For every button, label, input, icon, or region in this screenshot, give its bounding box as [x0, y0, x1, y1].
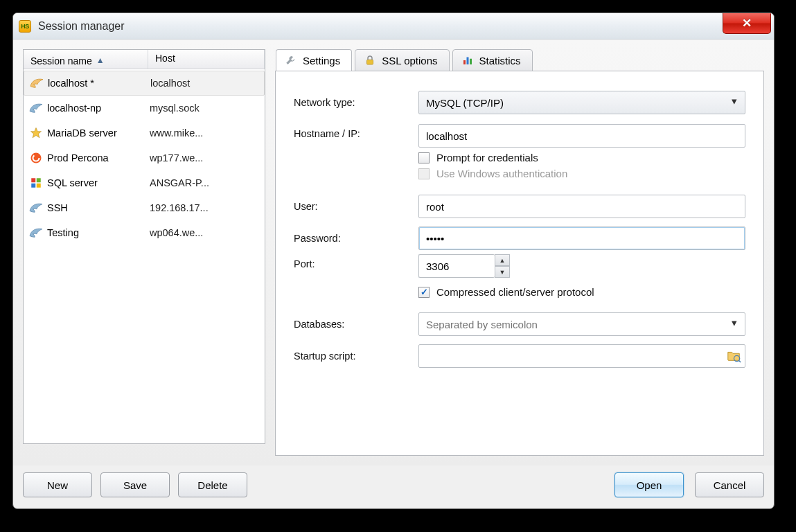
checkbox-box [418, 152, 430, 163]
wrench-icon [285, 54, 297, 66]
open-button[interactable]: Open [614, 472, 684, 497]
app-icon: HS [19, 20, 31, 33]
session-row[interactable]: MariaDB serverwww.mike... [24, 121, 265, 145]
checkbox-prompt-credentials-label: Prompt for credentials [436, 152, 538, 163]
tab-statistics-label: Statistics [479, 55, 521, 66]
label-startup-script: Startup script: [294, 351, 418, 362]
percona-icon [26, 152, 46, 164]
session-name: SQL server [46, 177, 150, 188]
label-user: User: [294, 201, 418, 212]
session-row[interactable]: localhost *localhost [24, 71, 265, 96]
session-list-panel: Session name ▲ Host localhost *localhost… [23, 49, 265, 444]
session-name: Prod Percona [46, 152, 150, 163]
bar-chart-icon [461, 54, 474, 66]
button-bar: New Save Delete Open Cancel [13, 466, 774, 508]
settings-tab-content: Network type: MySQL (TCP/IP) Hostname / … [275, 71, 764, 456]
checkbox-windows-auth: Use Windows authentication [418, 168, 745, 179]
checkbox-box [418, 168, 430, 179]
session-host: mysql.sock [150, 103, 262, 114]
session-name: MariaDB server [46, 127, 150, 139]
checkbox-windows-auth-label: Use Windows authentication [436, 168, 567, 179]
databases-input[interactable] [418, 312, 745, 336]
tab-ssl-options[interactable]: SSL options [355, 49, 449, 71]
dolphin-icon [26, 202, 46, 214]
sort-asc-icon: ▲ [96, 55, 105, 65]
password-input[interactable] [418, 227, 745, 250]
save-button[interactable]: Save [100, 472, 170, 497]
session-row[interactable]: SSH192.168.17... [24, 195, 265, 220]
close-icon: ✕ [742, 16, 752, 30]
session-host: localhost [150, 78, 261, 89]
titlebar: HS Session manager ✕ [13, 13, 774, 39]
port-spinner: ▲ ▼ [495, 254, 510, 278]
tabstrip: Settings SSL options Statistics [275, 49, 764, 71]
checkbox-prompt-credentials[interactable]: Prompt for credentials [418, 152, 745, 163]
network-type-select[interactable]: MySQL (TCP/IP) [418, 91, 745, 114]
checkbox-box: ✓ [418, 287, 430, 298]
session-host: wp064.we... [150, 227, 262, 238]
window-title: Session manager [38, 20, 125, 33]
label-network-type: Network type: [294, 97, 418, 108]
session-row[interactable]: Prod Perconawp177.we... [24, 145, 265, 170]
label-port: Port: [294, 254, 418, 269]
dolphin-icon [26, 102, 46, 114]
session-host: ANSGAR-P... [150, 177, 262, 188]
close-button[interactable]: ✕ [723, 13, 771, 34]
session-row[interactable]: SQL serverANSGAR-P... [24, 170, 265, 195]
checkbox-compressed-label: Compressed client/server protocol [436, 286, 594, 298]
dolphin-icon [26, 227, 46, 239]
session-row[interactable]: localhost-npmysql.sock [24, 96, 265, 121]
user-input[interactable] [418, 195, 745, 218]
new-button[interactable]: New [23, 472, 92, 497]
startup-script-input[interactable] [418, 344, 745, 368]
delete-button[interactable]: Delete [178, 472, 247, 497]
column-header-host[interactable]: Host [148, 50, 265, 69]
checkbox-compressed[interactable]: ✓ Compressed client/server protocol [418, 286, 745, 298]
session-list-header: Session name ▲ Host [24, 50, 265, 69]
cancel-button[interactable]: Cancel [695, 472, 764, 497]
session-name: SSH [46, 202, 150, 213]
session-manager-window: HS Session manager ✕ Session name ▲ Host… [12, 12, 775, 509]
session-row[interactable]: Testingwp064.we... [24, 220, 265, 245]
session-host: 192.168.17... [150, 202, 262, 213]
session-name: localhost * [46, 78, 150, 89]
session-name: localhost-np [46, 103, 150, 114]
port-spin-up[interactable]: ▲ [495, 254, 510, 266]
column-header-name[interactable]: Session name ▲ [24, 50, 148, 69]
tab-settings-label: Settings [303, 55, 340, 66]
hostname-input[interactable] [418, 124, 745, 148]
tab-settings[interactable]: Settings [276, 49, 352, 71]
browse-folder-icon[interactable] [726, 348, 741, 363]
tab-ssl-label: SSL options [382, 55, 437, 66]
star-icon [26, 127, 46, 139]
session-host: www.mike... [150, 127, 262, 139]
label-databases: Databases: [294, 319, 418, 330]
lock-icon [364, 54, 376, 66]
winflag-icon [26, 177, 46, 189]
dolphin-orange-icon [27, 77, 46, 89]
label-password: Password: [294, 233, 418, 244]
column-header-host-label: Host [155, 53, 175, 64]
port-input[interactable] [418, 254, 495, 278]
column-header-name-label: Session name [30, 55, 92, 66]
session-name: Testing [46, 227, 150, 238]
tab-statistics[interactable]: Statistics [452, 49, 533, 71]
port-spin-down[interactable]: ▼ [495, 266, 510, 278]
label-hostname: Hostname / IP: [294, 124, 418, 139]
session-host: wp177.we... [150, 152, 262, 163]
